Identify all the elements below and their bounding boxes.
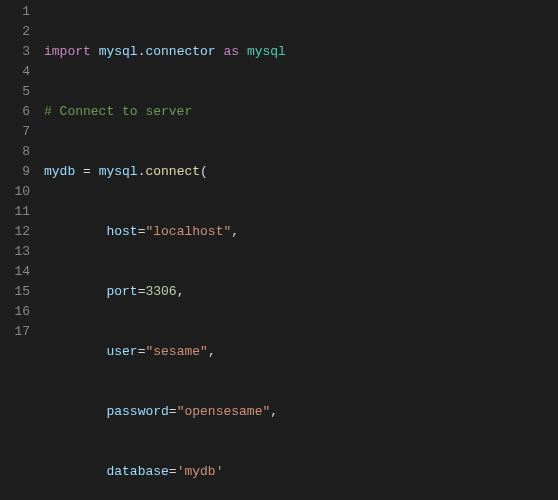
line-number: 1 bbox=[0, 2, 30, 22]
line-number: 8 bbox=[0, 142, 30, 162]
code-line: host="localhost", bbox=[44, 222, 558, 242]
code-line: mydb = mysql.connect( bbox=[44, 162, 558, 182]
line-number: 2 bbox=[0, 22, 30, 42]
code-line: port=3306, bbox=[44, 282, 558, 302]
line-number: 10 bbox=[0, 182, 30, 202]
line-number: 3 bbox=[0, 42, 30, 62]
code-editor[interactable]: 1 2 3 4 5 6 7 8 9 10 11 12 13 14 15 16 1… bbox=[0, 0, 558, 500]
line-number: 12 bbox=[0, 222, 30, 242]
code-line: # Connect to server bbox=[44, 102, 558, 122]
line-number: 11 bbox=[0, 202, 30, 222]
code-line: password="opensesame", bbox=[44, 402, 558, 422]
line-number: 13 bbox=[0, 242, 30, 262]
line-number: 5 bbox=[0, 82, 30, 102]
line-number: 14 bbox=[0, 262, 30, 282]
line-number-gutter: 1 2 3 4 5 6 7 8 9 10 11 12 13 14 15 16 1… bbox=[0, 2, 44, 500]
code-line: user="sesame", bbox=[44, 342, 558, 362]
code-line: import mysql.connector as mysql bbox=[44, 42, 558, 62]
line-number: 9 bbox=[0, 162, 30, 182]
line-number: 6 bbox=[0, 102, 30, 122]
line-number: 7 bbox=[0, 122, 30, 142]
line-number: 17 bbox=[0, 322, 30, 342]
code-line: database='mydb' bbox=[44, 462, 558, 482]
line-number: 4 bbox=[0, 62, 30, 82]
code-area[interactable]: import mysql.connector as mysql # Connec… bbox=[44, 2, 558, 500]
line-number: 15 bbox=[0, 282, 30, 302]
line-number: 16 bbox=[0, 302, 30, 322]
